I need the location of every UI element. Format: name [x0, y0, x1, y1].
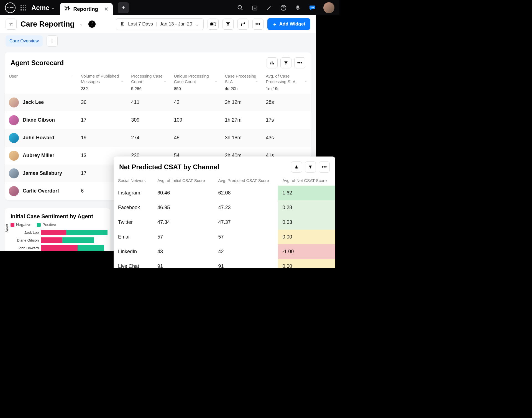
date-quick-label: Last 7 Days: [128, 21, 153, 27]
bar-segment-negative: [41, 230, 66, 235]
avatar: [9, 186, 19, 196]
table-row[interactable]: Live Chat91910.00: [114, 259, 335, 268]
topbar: ACME Acme ⌄ Reporting ✕ + 20: [0, 0, 339, 15]
net-score-cell: 0.00: [278, 259, 335, 268]
tab-label: Reporting: [73, 6, 98, 12]
chart-category-label: Jack Lee: [8, 230, 41, 235]
more-button[interactable]: •••: [252, 19, 264, 30]
channel-name: Instagram: [114, 186, 153, 200]
svg-rect-9: [270, 63, 271, 65]
tab-care-overview[interactable]: Care Overview: [6, 35, 43, 47]
svg-rect-10: [272, 61, 273, 65]
calendar-icon[interactable]: 20: [251, 4, 258, 11]
user-avatar[interactable]: [323, 2, 334, 13]
add-widget-button[interactable]: ＋ Add Widget: [267, 18, 310, 30]
table-row[interactable]: Instagram60.4662.081.62: [114, 186, 335, 200]
chevron-down-icon: ⌄: [195, 21, 199, 27]
sort-icon[interactable]: ⌄: [305, 79, 307, 83]
net-score-cell: -1.00: [278, 244, 335, 259]
table-row[interactable]: Twitter47.3447.370.03: [114, 215, 335, 230]
add-tab-button[interactable]: +: [118, 2, 129, 13]
subtabs: Care Overview +: [0, 33, 316, 48]
svg-point-0: [238, 5, 242, 9]
sort-icon[interactable]: ⌄: [255, 79, 258, 83]
sort-icon[interactable]: ⌄: [71, 73, 73, 78]
y-axis-label: Agent: [5, 224, 8, 232]
channel-name: Facebook: [114, 200, 153, 215]
sort-icon[interactable]: ⌄: [121, 79, 123, 83]
avatar: [9, 115, 19, 125]
table-row[interactable]: John Howard19274483h 18m43s: [5, 129, 311, 147]
logo[interactable]: ACME: [5, 2, 16, 13]
sentiment-card: Initial Case Sentiment by Agent Negative…: [5, 208, 110, 251]
add-widget-label: Add Widget: [279, 21, 305, 27]
csat-table: Social Network Avg. of Initial CSAT Scor…: [114, 175, 335, 268]
sentiment-title: Initial Case Sentiment by Agent: [11, 213, 93, 220]
svg-text:20: 20: [254, 7, 256, 10]
bar-segment-positive: [62, 237, 94, 243]
close-icon[interactable]: ✕: [104, 6, 108, 12]
date-range-picker[interactable]: 🗓 Last 7 Days | Jan 13 - Jan 20 ⌄: [116, 18, 203, 30]
app-launcher-icon[interactable]: [21, 5, 26, 11]
user-name: Diane Gibson: [23, 117, 55, 123]
chart-view-button[interactable]: [267, 57, 278, 68]
chart-row: Diane Gibson: [8, 236, 108, 244]
title-dropdown[interactable]: ⌄: [80, 22, 83, 26]
plus-icon: ＋: [272, 21, 277, 27]
legend-swatch-negative: [11, 223, 14, 227]
channel-name: Twitter: [114, 215, 153, 230]
table-row[interactable]: Facebook46.9547.230.28: [114, 200, 335, 215]
card-more-button[interactable]: •••: [294, 57, 305, 68]
user-name: Jack Lee: [23, 99, 44, 105]
table-row[interactable]: LinkedIn4342-1.00: [114, 244, 335, 259]
csat-title: Net Predicted CSAT by Channel: [119, 163, 219, 171]
sort-icon[interactable]: ⌄: [215, 79, 217, 83]
net-score-cell: 0.03: [278, 215, 335, 230]
net-score-cell: 0.28: [278, 200, 335, 215]
avatar: [9, 133, 19, 143]
compose-icon[interactable]: [266, 4, 272, 11]
svg-point-8: [211, 23, 213, 25]
card-filter-button[interactable]: [280, 57, 291, 68]
user-name: Carlie Overdorf: [23, 188, 59, 194]
bar-segment-positive: [78, 245, 104, 251]
bell-icon[interactable]: [295, 4, 301, 11]
table-row[interactable]: Email57570.00: [114, 230, 335, 244]
tab-reporting[interactable]: Reporting ✕: [60, 3, 113, 16]
chart-row: Jack Lee: [8, 229, 108, 236]
svg-point-6: [313, 7, 314, 8]
user-name: John Howard: [23, 135, 54, 141]
refresh-button[interactable]: [237, 19, 249, 30]
user-name: James Salisbury: [23, 170, 62, 176]
add-subtab-button[interactable]: +: [47, 35, 58, 47]
info-icon[interactable]: i: [88, 20, 96, 28]
table-row[interactable]: Jack Lee36411423h 12m28s: [5, 94, 311, 111]
theme-toggle[interactable]: [208, 19, 219, 30]
svg-rect-13: [296, 166, 297, 169]
avatar: [9, 98, 19, 107]
csat-more-button[interactable]: •••: [319, 161, 330, 173]
filter-button[interactable]: [222, 19, 234, 30]
net-score-cell: 1.62: [278, 186, 335, 200]
chat-icon[interactable]: [309, 4, 316, 11]
bar-segment-negative: [41, 245, 78, 251]
search-icon[interactable]: [237, 4, 244, 11]
channel-name: Live Chat: [114, 259, 153, 268]
sort-icon[interactable]: ⌄: [164, 79, 166, 83]
card-title: Agent Scorecard: [11, 59, 64, 67]
table-row[interactable]: Diane Gibson173091091h 27m17s: [5, 111, 311, 129]
net-score-cell: 0.00: [278, 230, 335, 244]
channel-name: Email: [114, 230, 153, 244]
sentiment-chart: Jack LeeDiane GibsonJohn HowardAubrey Mi…: [5, 229, 110, 251]
csat-filter-button[interactable]: [305, 161, 316, 173]
bar-segment-positive: [66, 230, 108, 235]
chart-category-label: John Howard: [8, 246, 41, 250]
csat-chart-button[interactable]: [291, 161, 302, 173]
favorite-button[interactable]: ☆: [6, 19, 17, 30]
workspace-switcher[interactable]: Acme ⌄: [31, 4, 55, 12]
help-icon[interactable]: [280, 4, 287, 11]
date-range-label: Jan 13 - Jan 20: [160, 21, 192, 27]
chart-category-label: Diane Gibson: [8, 238, 41, 242]
chevron-down-icon: ⌄: [52, 6, 55, 10]
svg-rect-14: [297, 167, 298, 168]
